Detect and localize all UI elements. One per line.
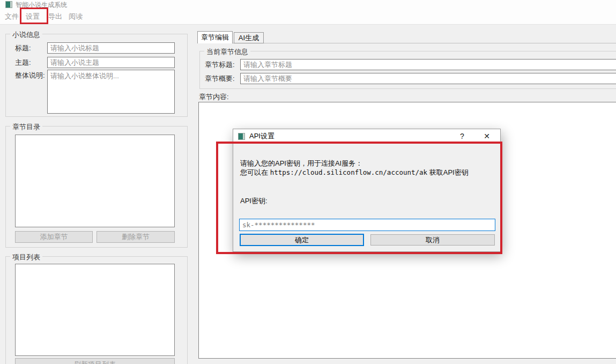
chapter-list[interactable]: [15, 135, 175, 227]
menu-bar: 文件 设置 导出 阅读: [0, 9, 616, 24]
dialog-help-button[interactable]: ?: [453, 129, 471, 143]
chapter-catalog-legend: 章节目录: [10, 122, 42, 132]
tab-chapter-edit[interactable]: 章节编辑: [197, 31, 233, 43]
chapter-summary-label: 章节概要:: [205, 74, 235, 84]
novel-desc-label: 整体说明:: [15, 71, 45, 80]
dialog-instruction-line1: 请输入您的API密钥，用于连接AI服务：: [240, 159, 362, 168]
cancel-button[interactable]: 取消: [370, 234, 495, 246]
dialog-line2-prefix: 您可以在: [240, 168, 270, 176]
menu-export[interactable]: 导出: [48, 12, 62, 21]
chapter-title-label: 章节标题:: [205, 60, 235, 70]
chapter-content-label: 章节内容:: [199, 92, 229, 102]
novel-info-legend: 小说信息: [10, 30, 42, 40]
api-key-label: API密钥:: [240, 196, 268, 206]
app-icon: [5, 1, 12, 8]
novel-desc-textarea[interactable]: [47, 70, 175, 114]
dialog-title: API设置: [249, 131, 274, 141]
add-chapter-button[interactable]: 添加章节: [15, 231, 93, 243]
api-key-input[interactable]: [239, 219, 495, 231]
menu-file[interactable]: 文件: [5, 12, 19, 21]
chapter-summary-input[interactable]: [240, 73, 616, 84]
novel-title-input[interactable]: [47, 42, 175, 54]
menu-divider: [0, 24, 616, 25]
ok-button[interactable]: 确定: [240, 234, 364, 246]
dialog-instruction-line2: 您可以在 https://cloud.siliconflow.cn/accoun…: [240, 168, 469, 177]
api-settings-dialog: API设置 ? ✕ 请输入您的API密钥，用于连接AI服务： 您可以在 http…: [233, 129, 501, 252]
project-list-legend: 项目列表: [10, 252, 42, 262]
menu-read[interactable]: 阅读: [69, 12, 83, 21]
novel-theme-label: 主题:: [15, 58, 31, 68]
dialog-api-url: https://cloud.siliconflow.cn/account/ak: [270, 168, 428, 176]
dialog-app-icon: [238, 133, 245, 140]
novel-title-label: 标题:: [15, 43, 31, 53]
current-chapter-legend: 当前章节信息: [204, 47, 250, 57]
chapter-title-input[interactable]: [240, 59, 616, 70]
project-list[interactable]: [15, 264, 175, 356]
refresh-projects-button[interactable]: 刷新项目列表: [15, 358, 175, 364]
dialog-titlebar[interactable]: API设置 ? ✕: [233, 129, 500, 143]
menu-settings[interactable]: 设置: [26, 12, 40, 21]
novel-theme-input[interactable]: [47, 57, 175, 68]
delete-chapter-button[interactable]: 删除章节: [97, 231, 175, 243]
tab-ai-generate[interactable]: AI生成: [234, 32, 264, 43]
dialog-line2-suffix: 获取API密钥: [427, 168, 469, 176]
window-titlebar: 智能小说生成系统: [0, 0, 616, 9]
dialog-close-icon[interactable]: ✕: [478, 129, 496, 143]
